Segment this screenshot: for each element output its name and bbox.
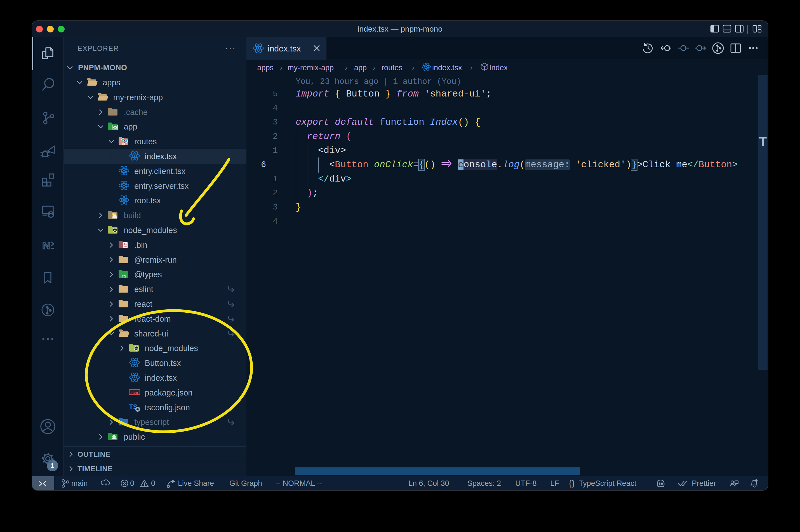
svg-text:npm: npm [131,391,138,395]
svg-text:JS: JS [135,347,138,350]
svg-text:TS: TS [122,274,127,278]
svg-text:01: 01 [124,243,127,245]
svg-text:10: 10 [124,245,127,248]
svg-text:TS: TS [122,422,127,426]
svg-text:JS: JS [114,229,117,232]
